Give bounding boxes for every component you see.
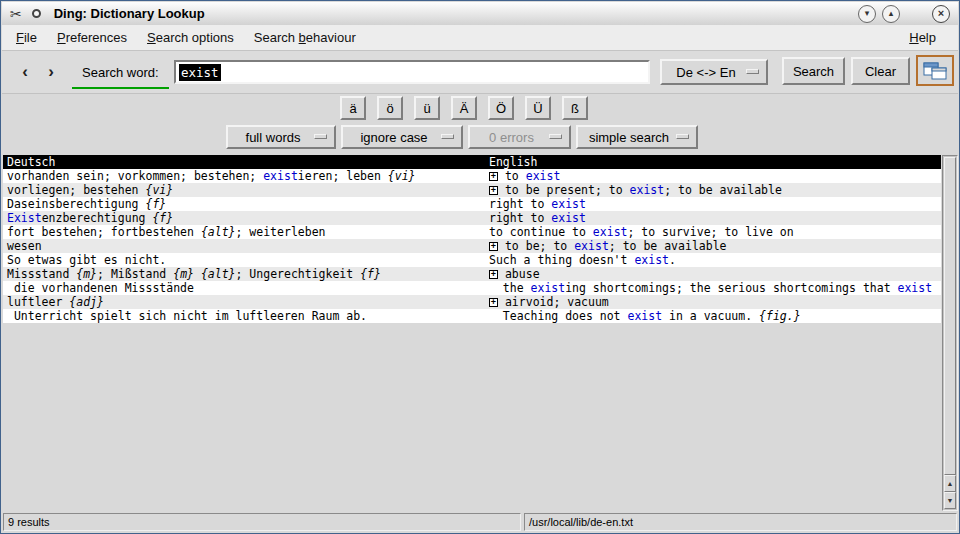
results-body: vorhanden sein; vorkommen; bestehen; exi… <box>3 169 941 323</box>
close-button[interactable]: × <box>932 5 950 23</box>
optionmenu-indicator <box>746 69 759 74</box>
header-english: English <box>489 155 941 169</box>
language-direction-value: De <-> En <box>676 65 751 80</box>
cell-english: right to exist <box>489 211 941 225</box>
expand-plus-icon[interactable]: + <box>489 172 498 181</box>
statusbar: 9 results /usr/local/lib/de-en.txt <box>2 512 958 532</box>
optionmenu-indicator <box>676 134 689 139</box>
match-highlight: exist <box>263 169 298 183</box>
cell-deutsch: Missstand {m}; Mißstand {m} {alt}; Unger… <box>3 267 489 281</box>
menu-item-preferences[interactable]: Preferences <box>47 26 137 49</box>
selected-search-text: exist <box>179 64 221 81</box>
cell-english: + abuse <box>489 267 941 281</box>
match-highlight: exist <box>898 281 933 295</box>
cell-english: to continue to exist; to survive; to liv… <box>489 225 941 239</box>
app-icon: ✂ <box>10 7 22 21</box>
table-row: So etwas gibt es nicht.Such a thing does… <box>3 253 941 267</box>
expand-plus-icon[interactable]: + <box>489 242 498 251</box>
char-button-Ä[interactable]: Ä <box>451 96 477 120</box>
cell-deutsch: Unterricht spielt sich nicht im luftleer… <box>3 309 489 323</box>
vertical-scrollbar[interactable]: ▲ ▼ <box>942 155 958 511</box>
option-menu-full-words[interactable]: full words <box>226 125 336 149</box>
arrow-up-icon: ▲ <box>947 480 954 487</box>
sticky-pin-icon[interactable] <box>32 9 41 18</box>
option-menu-label: full words <box>246 130 317 145</box>
menubar-help: Help <box>899 26 946 49</box>
cell-deutsch: Existenzberechtigung {f} <box>3 211 489 225</box>
cell-deutsch: So etwas gibt es nicht. <box>3 253 489 267</box>
expand-plus-icon[interactable]: + <box>489 298 498 307</box>
table-row: die vorhandenen Missstände the existing … <box>3 281 941 295</box>
cell-english: Teaching does not exist in a vacuum. {fi… <box>489 309 941 323</box>
maximize-button[interactable]: ▴ <box>882 5 900 23</box>
table-row: vorhanden sein; vorkommen; bestehen; exi… <box>3 169 941 183</box>
char-button-Ü[interactable]: Ü <box>525 96 551 120</box>
search-word-label-text: Search word: <box>82 65 159 80</box>
menubar: FilePreferencesSearch optionsSearch beha… <box>2 25 958 51</box>
table-row: Missstand {m}; Mißstand {m} {alt}; Unger… <box>3 267 941 281</box>
search-word-label: Search word: <box>72 57 169 89</box>
menu-item-search-behaviour[interactable]: Search behaviour <box>244 26 366 49</box>
forward-button[interactable]: › <box>40 60 62 84</box>
table-row: Unterricht spielt sich nicht im luftleer… <box>3 309 941 323</box>
option-menu-label: 0 errors <box>489 130 550 145</box>
cell-deutsch: die vorhandenen Missstände <box>3 281 489 295</box>
table-row: Existenzberechtigung {f}right to exist <box>3 211 941 225</box>
option-menu-0-errors: 0 errors <box>468 125 571 149</box>
search-button[interactable]: Search <box>782 57 845 85</box>
cell-english: + to exist <box>489 169 941 183</box>
match-highlight: Exist <box>7 211 42 225</box>
option-menu-simple-search[interactable]: simple search <box>576 125 698 149</box>
cell-english: the existing shortcomings; the serious s… <box>489 281 941 295</box>
match-highlight: exist <box>593 225 628 239</box>
option-menu-label: simple search <box>589 130 685 145</box>
titlebar[interactable]: ✂ Ding: Dictionary Lookup ▾ ▴ × <box>2 2 958 26</box>
options-row: full wordsignore case0 errorssimple sear… <box>226 125 698 149</box>
minimize-button[interactable]: ▾ <box>858 5 876 23</box>
cell-deutsch: fort bestehen; fortbestehen {alt}; weite… <box>3 225 489 239</box>
header-deutsch: Deutsch <box>3 155 489 169</box>
language-direction-select[interactable]: De <-> En <box>660 59 768 85</box>
expand-plus-icon[interactable]: + <box>489 186 498 195</box>
option-menu-label: ignore case <box>360 130 443 145</box>
match-highlight: exist <box>526 169 561 183</box>
mini-window-icon <box>923 62 947 80</box>
expand-plus-icon[interactable]: + <box>489 270 498 279</box>
search-input[interactable]: exist <box>174 60 650 84</box>
match-highlight: exist <box>551 211 586 225</box>
cell-english: + to be; to exist; to be available <box>489 239 941 253</box>
match-highlight: exist <box>574 239 609 253</box>
table-row: Daseinsberechtigung {f}right to exist <box>3 197 941 211</box>
char-button-ß[interactable]: ß <box>562 96 588 120</box>
arrow-down-icon: ▼ <box>947 497 954 504</box>
menubar-items: FilePreferencesSearch optionsSearch beha… <box>6 26 366 49</box>
mini-window-button[interactable] <box>916 55 954 86</box>
scrollbar-thumb[interactable] <box>944 157 956 475</box>
table-row: wesen+ to be; to exist; to be available <box>3 239 941 253</box>
char-button-ä[interactable]: ä <box>340 96 366 120</box>
match-highlight: exist <box>531 281 566 295</box>
charbar: äöüÄÖÜß <box>0 96 943 121</box>
scroll-down-button[interactable]: ▼ <box>944 492 956 509</box>
back-button[interactable]: ‹ <box>14 60 36 84</box>
table-row: fort bestehen; fortbestehen {alt}; weite… <box>3 225 941 239</box>
optionmenu-indicator <box>549 134 562 139</box>
results-table: Deutsch English vorhanden sein; vorkomme… <box>3 155 941 511</box>
app-window: ✂ Ding: Dictionary Lookup ▾ ▴ × FilePref… <box>0 0 960 534</box>
table-row: luftleer {adj}+ airvoid; vacuum <box>3 295 941 309</box>
char-button-ö[interactable]: ö <box>377 96 403 120</box>
scroll-up-button[interactable]: ▲ <box>944 475 956 492</box>
table-header: Deutsch English <box>3 155 941 169</box>
cell-deutsch: Daseinsberechtigung {f} <box>3 197 489 211</box>
char-button-Ö[interactable]: Ö <box>488 96 514 120</box>
menu-item-search-options[interactable]: Search options <box>137 26 244 49</box>
clear-button[interactable]: Clear <box>851 57 910 85</box>
cell-deutsch: wesen <box>3 239 489 253</box>
char-button-ü[interactable]: ü <box>414 96 440 120</box>
menu-item-file[interactable]: File <box>6 26 47 49</box>
menu-item-help[interactable]: Help <box>899 26 946 49</box>
optionmenu-indicator <box>441 134 454 139</box>
cell-english: + airvoid; vacuum <box>489 295 941 309</box>
cell-deutsch: vorhanden sein; vorkommen; bestehen; exi… <box>3 169 489 183</box>
option-menu-ignore-case[interactable]: ignore case <box>341 125 463 149</box>
